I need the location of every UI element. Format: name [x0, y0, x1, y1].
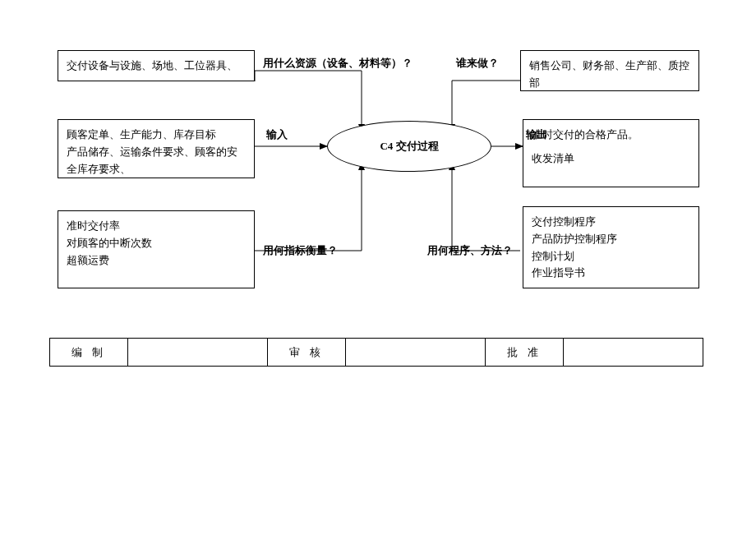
label-input: 输入	[266, 127, 288, 142]
label-resources: 用什么资源（设备、材料等）？	[263, 56, 413, 71]
process-center-label: C4 交付过程	[380, 139, 438, 154]
box-metrics-line1: 准时交付率	[67, 218, 246, 235]
label-who: 谁来做？	[456, 56, 499, 71]
signoff-table: 编 制 审 核 批 准	[49, 338, 703, 367]
box-resources: 交付设备与设施、场地、工位器具、	[58, 50, 255, 81]
signoff-row: 编 制 审 核 批 准	[50, 339, 703, 367]
signoff-review-label: 审 核	[268, 339, 346, 367]
box-who: 销售公司、财务部、生产部、质控部	[520, 50, 699, 91]
box-input-line2: 产品储存、运输条件要求、顾客的安全库存要求、	[67, 144, 246, 178]
box-output-line2: 收发清单	[532, 150, 690, 168]
box-methods: 交付控制程序 产品防护控制程序 控制计划 作业指导书	[523, 206, 699, 288]
box-output: 准时交付的合格产品。 收发清单	[523, 119, 699, 187]
box-methods-line4: 作业指导书	[532, 265, 690, 282]
box-methods-line2: 产品防护控制程序	[532, 231, 690, 248]
box-methods-line3: 控制计划	[532, 248, 690, 265]
box-metrics-line3: 超额运费	[67, 252, 246, 270]
label-methods: 用何程序、方法？	[427, 243, 513, 258]
signoff-approve-field	[564, 339, 703, 367]
box-input: 顾客定单、生产能力、库存目标 产品储存、运输条件要求、顾客的安全库存要求、	[58, 119, 255, 178]
label-metrics: 用何指标衡量？	[263, 243, 338, 258]
box-input-line1: 顾客定单、生产能力、库存目标	[67, 127, 246, 144]
label-output: 输出	[526, 127, 547, 142]
box-resources-text: 交付设备与设施、场地、工位器具、	[67, 59, 237, 71]
box-methods-line1: 交付控制程序	[532, 214, 690, 231]
process-ellipse: C4 交付过程	[327, 121, 491, 172]
signoff-prepare-label: 编 制	[50, 339, 128, 367]
signoff-prepare-field	[128, 339, 268, 367]
signoff-review-field	[346, 339, 486, 367]
box-metrics: 准时交付率 对顾客的中断次数 超额运费	[58, 210, 255, 288]
box-output-line1: 准时交付的合格产品。	[532, 127, 690, 144]
signoff-approve-label: 批 准	[486, 339, 564, 367]
box-metrics-line2: 对顾客的中断次数	[67, 235, 246, 252]
box-who-text: 销售公司、财务部、生产部、质控部	[529, 59, 689, 89]
